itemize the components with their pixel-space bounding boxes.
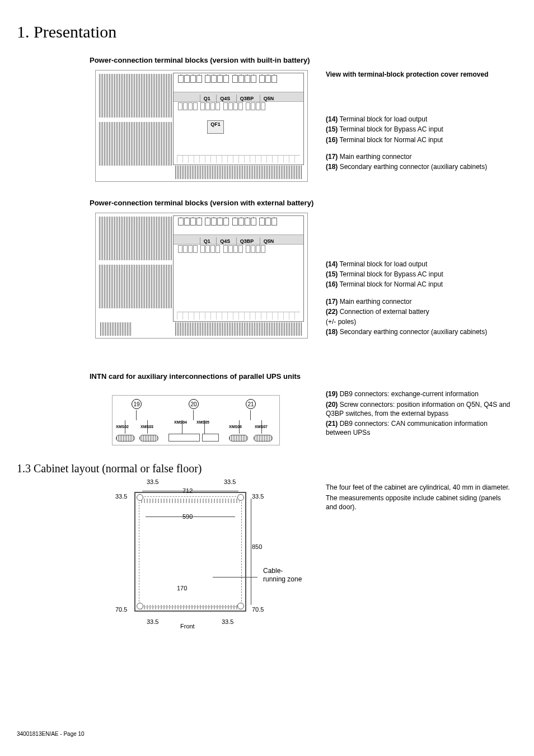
item-15-num: (15) bbox=[326, 125, 338, 133]
item-19-text: DB9 connectors: exchange-current informa… bbox=[340, 390, 479, 398]
xms02: XMS02 bbox=[116, 425, 129, 429]
footer-page: - Page 10 bbox=[59, 731, 85, 737]
item-19-num: (19) bbox=[326, 390, 338, 398]
item-14-num: (14) bbox=[326, 115, 338, 123]
section-b-title: Power-connection terminal blocks (versio… bbox=[90, 199, 512, 207]
breaker-q4s: Q4S bbox=[216, 95, 233, 102]
poles-note: (+/- poles) bbox=[326, 317, 512, 326]
item-14b-text: Terminal block for load output bbox=[339, 260, 427, 268]
item-14-text: Terminal block for load output bbox=[339, 115, 427, 123]
section-c-title: INTN card for auxiliary interconnections… bbox=[90, 372, 512, 381]
dim-170: 170 bbox=[177, 585, 187, 591]
breaker-q5n: Q5N bbox=[260, 95, 278, 102]
item-16b-text: Terminal block for Normal AC input bbox=[339, 280, 443, 288]
section-a-title: Power-connection terminal blocks (versio… bbox=[90, 56, 512, 64]
item-22-text: Connection of external battery bbox=[340, 308, 429, 316]
diagram-builtin-battery: Q1 Q4S Q3BP Q5N QF1 bbox=[95, 70, 308, 182]
item-17b-text: Main earthing connector bbox=[340, 298, 412, 306]
subsection-title: 1.3 Cabinet layout (normal or false floo… bbox=[17, 462, 512, 475]
item-16-text: Terminal block for Normal AC input bbox=[339, 136, 443, 144]
dim-850: 850 bbox=[252, 543, 262, 550]
dim-335-tl: 33.5 bbox=[147, 478, 158, 485]
breaker-q1: Q1 bbox=[200, 95, 214, 102]
dim-335-r: 33.5 bbox=[252, 493, 264, 500]
breaker-q3bp: Q3BP bbox=[236, 95, 257, 102]
xms07: XMS07 bbox=[255, 425, 268, 429]
dim-705-l: 70.5 bbox=[115, 606, 127, 613]
note-feet: The four feet of the cabinet are cylindr… bbox=[326, 483, 512, 492]
item-17b-num: (17) bbox=[326, 298, 338, 306]
item-20-text: Screw connectors: position information o… bbox=[326, 401, 510, 417]
breaker-q3bp-b: Q3BP bbox=[236, 237, 257, 245]
breaker-q1-b: Q1 bbox=[200, 237, 214, 245]
xms03: XMS03 bbox=[140, 425, 153, 429]
item-15b-text: Terminal block for Bypass AC input bbox=[339, 270, 443, 278]
dim-335-bl: 33.5 bbox=[147, 618, 158, 625]
dim-335-l: 33.5 bbox=[115, 493, 127, 500]
item-18-num: (18) bbox=[326, 163, 338, 171]
xms06: XMS06 bbox=[229, 425, 242, 429]
item-18b-text: Secondary earthing connector (auxiliary … bbox=[340, 328, 487, 336]
diagram-external-battery: Q1 Q4S Q3BP Q5N bbox=[95, 213, 308, 339]
diagram-intn-card: 19 20 21 XMS02 XMS03 XMS04 XMS05 XMS06 X… bbox=[112, 395, 280, 445]
circled-21: 21 bbox=[246, 399, 256, 409]
item-16-num: (16) bbox=[326, 136, 338, 144]
cable-zone-label: Cable-running zone bbox=[263, 567, 302, 583]
xms05: XMS05 bbox=[196, 420, 209, 424]
dim-335-tr: 33.5 bbox=[224, 478, 236, 485]
item-22-num: (22) bbox=[326, 308, 338, 316]
xms04: XMS04 bbox=[174, 420, 187, 424]
breaker-qf1: QF1 bbox=[207, 120, 224, 134]
item-20-num: (20) bbox=[326, 401, 338, 408]
item-21-num: (21) bbox=[326, 420, 338, 428]
item-18-text: Secondary earthing connector (auxiliary … bbox=[340, 163, 487, 171]
item-14b-num: (14) bbox=[326, 260, 338, 268]
circled-20: 20 bbox=[189, 399, 199, 409]
circled-19: 19 bbox=[132, 399, 142, 409]
dim-705-r: 70.5 bbox=[252, 606, 264, 613]
item-16b-num: (16) bbox=[326, 280, 338, 288]
breaker-q5n-b: Q5N bbox=[260, 237, 278, 245]
item-15-text: Terminal block for Bypass AC input bbox=[339, 125, 443, 133]
item-21-text: DB9 connectors: CAN communication inform… bbox=[326, 420, 488, 436]
note-measurements: The measurements opposite include cabine… bbox=[326, 494, 512, 511]
dim-335-br: 33.5 bbox=[222, 618, 233, 625]
breaker-q4s-b: Q4S bbox=[216, 237, 233, 245]
item-17-num: (17) bbox=[326, 153, 338, 161]
footer-ref: 34001813EN/AE bbox=[17, 731, 59, 737]
chapter-title: 1. Presentation bbox=[17, 22, 512, 41]
item-15b-num: (15) bbox=[326, 270, 338, 278]
diagram-cabinet-layout: 33.5 33.5 712 590 33.5 33.5 850 170 70.5… bbox=[112, 482, 280, 627]
item-18b-num: (18) bbox=[326, 328, 338, 336]
page-footer: 34001813EN/AE - Page 10 bbox=[17, 731, 85, 737]
item-17-text: Main earthing connector bbox=[340, 153, 412, 161]
front-label: Front bbox=[180, 623, 195, 630]
section-a-subtitle: View with terminal-block protection cove… bbox=[326, 71, 489, 78]
